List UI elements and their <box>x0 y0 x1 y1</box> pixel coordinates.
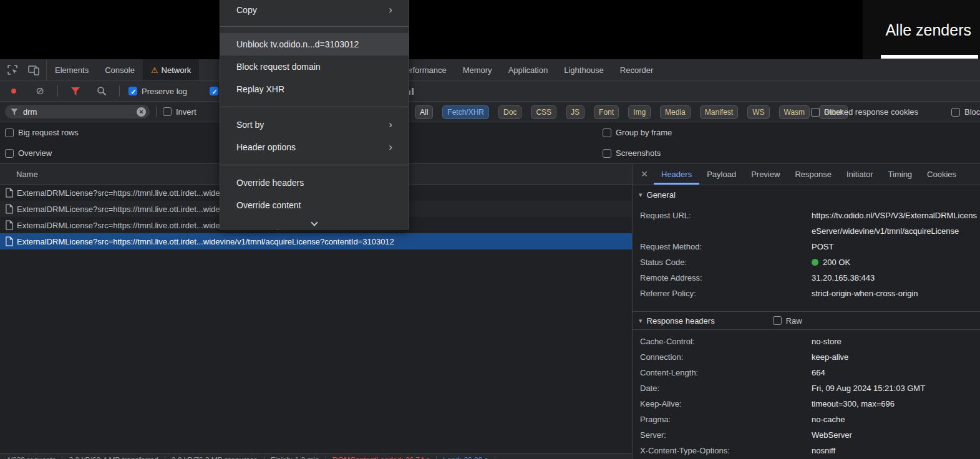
resources-size: 2.0 kB/76.2 MB resources <box>165 456 264 459</box>
clear-icon: ⊘ <box>36 86 44 96</box>
menu-item-override-content[interactable]: Override content <box>220 194 409 216</box>
group-by-frame-checkbox[interactable] <box>603 128 611 137</box>
disable-cache-checkbox[interactable] <box>210 87 218 95</box>
requests-count: 4/230 requests <box>0 456 62 459</box>
network-options-row-1: Big request rows Group by frame <box>0 122 980 143</box>
big-request-rows-checkbox[interactable] <box>5 128 14 137</box>
big-request-rows-label: Big request rows <box>18 128 79 137</box>
header-key: Request URL: <box>640 208 812 239</box>
filter-type-font[interactable]: Font <box>594 105 619 119</box>
blocked-requests-checkbox[interactable] <box>951 108 960 117</box>
collapse-triangle-icon: ▾ <box>639 317 643 325</box>
header-value: no-cache <box>812 412 980 427</box>
tab-elements[interactable]: Elements <box>47 59 97 80</box>
details-tab-preview[interactable]: Preview <box>744 164 787 185</box>
details-tab-headers[interactable]: Headers <box>654 164 699 185</box>
menu-divider <box>220 165 409 165</box>
toolbar-divider <box>57 85 58 97</box>
header-key: Date: <box>640 380 812 396</box>
request-type-filters: All Fetch/XHR Doc CSS JS Font Img Media … <box>415 102 848 122</box>
details-tabbar: × Headers Payload Preview Response Initi… <box>633 164 980 185</box>
overview-checkbox[interactable] <box>5 149 14 158</box>
request-name: ExternalDRMLicense?src=https://tmnl.live… <box>17 237 394 246</box>
toolbar-divider <box>119 85 120 97</box>
tab-application[interactable]: Application <box>500 59 556 80</box>
transferred-size: 2.0 kB/60.4 MB transferred <box>62 456 165 459</box>
finish-time: Finish: 1.3 min <box>264 456 326 459</box>
submenu-chevron-icon: › <box>389 4 392 16</box>
screenshots-group: Screenshots <box>603 143 661 163</box>
filter-type-js[interactable]: JS <box>566 105 585 119</box>
details-tab-initiator[interactable]: Initiator <box>839 164 881 185</box>
overview-group: Overview <box>5 143 52 163</box>
menu-item-unblock[interactable]: Unblock tv.odido.n...d=3103012 <box>220 33 409 56</box>
raw-checkbox[interactable] <box>773 316 782 325</box>
channel-tab-panel[interactable]: Alle zenders <box>863 0 980 59</box>
menu-item-sort-by[interactable]: Sort by › <box>220 114 409 136</box>
preserve-log-label: Preserve log <box>142 87 187 96</box>
network-options-row-2: Overview Screenshots <box>0 143 980 163</box>
response-headers-section-header[interactable]: ▾ Response headers Raw <box>633 311 980 330</box>
filter-type-manifest[interactable]: Manifest <box>700 105 738 119</box>
tab-memory[interactable]: Memory <box>455 59 500 80</box>
general-key-values: Request URL: https://tv.odido.nl/VSP/V3/… <box>633 204 980 311</box>
document-icon <box>5 220 13 230</box>
dom-content-loaded-time: DOMContentLoaded: 26.74 s <box>326 456 437 459</box>
clear-network-log-button[interactable]: ⊘ <box>31 83 49 99</box>
status-code-text: 200 OK <box>823 254 850 270</box>
blocked-requests-label: Blocked requests <box>964 107 980 117</box>
menu-scroll-down-indicator[interactable] <box>220 216 409 231</box>
details-tab-payload[interactable]: Payload <box>699 164 744 185</box>
search-button[interactable] <box>93 83 110 99</box>
record-network-log-button[interactable] <box>5 83 22 99</box>
filter-type-media[interactable]: Media <box>660 105 691 119</box>
group-by-frame-group: Group by frame <box>603 122 672 143</box>
filter-type-wasm[interactable]: Wasm <box>779 105 810 119</box>
header-value: no-store <box>812 334 980 349</box>
filter-input-value: drm <box>23 107 132 117</box>
table-row-selected[interactable]: ExternalDRMLicense?src=https://tmnl.live… <box>0 233 632 249</box>
screenshots-checkbox[interactable] <box>603 149 611 158</box>
filter-type-css[interactable]: CSS <box>531 105 556 119</box>
details-tab-response[interactable]: Response <box>787 164 839 185</box>
tab-recorder[interactable]: Recorder <box>612 59 661 80</box>
filter-type-all[interactable]: All <box>415 105 433 119</box>
invert-filter-group: Invert <box>163 107 196 117</box>
menu-item-copy[interactable]: Copy › <box>220 0 409 20</box>
menu-item-replay-xhr[interactable]: Replay XHR <box>220 78 409 100</box>
filter-type-fetch-xhr[interactable]: Fetch/XHR <box>442 105 489 119</box>
details-tab-timing[interactable]: Timing <box>881 164 920 185</box>
menu-item-override-headers[interactable]: Override headers <box>220 172 409 194</box>
filter-toggle-button[interactable] <box>67 83 84 99</box>
tab-network[interactable]: ⚠ Network <box>143 59 199 80</box>
close-details-button[interactable]: × <box>635 164 654 185</box>
filter-type-img[interactable]: Img <box>628 105 651 119</box>
tab-console[interactable]: Console <box>97 59 143 80</box>
filter-input[interactable]: drm × <box>5 105 150 118</box>
header-key: Remote Address: <box>640 270 812 286</box>
menu-item-block-request-domain[interactable]: Block request domain <box>220 56 409 78</box>
general-section-header[interactable]: ▾ General <box>633 185 980 204</box>
status-code-value: 200 OK <box>812 254 980 270</box>
filter-type-ws[interactable]: WS <box>747 105 769 119</box>
general-section-title: General <box>647 190 676 200</box>
filter-clear-icon[interactable]: × <box>137 107 146 117</box>
filter-type-doc[interactable]: Doc <box>498 105 522 119</box>
submenu-chevron-icon: › <box>389 118 392 131</box>
details-tab-cookies[interactable]: Cookies <box>919 164 964 185</box>
header-key: Content-Length: <box>640 365 812 380</box>
network-filterbar: drm × Invert All Fetch/XHR Doc CSS JS Fo… <box>0 102 980 122</box>
preserve-log-checkbox[interactable] <box>129 87 137 95</box>
filterbar-divider <box>156 106 157 117</box>
inspect-element-icon[interactable] <box>4 62 21 78</box>
device-toolbar-icon[interactable] <box>25 62 42 78</box>
blocked-response-cookies-checkbox[interactable] <box>811 108 820 117</box>
blocked-response-cookies-label: Blocked response cookies <box>824 107 918 117</box>
invert-checkbox[interactable] <box>163 107 172 116</box>
menu-item-header-options[interactable]: Header options › <box>220 136 409 158</box>
network-toolbar: ⊘ Preserve log Disable cache <box>0 81 980 102</box>
blocked-response-cookies-group: Blocked response cookies <box>811 102 918 122</box>
tab-lighthouse[interactable]: Lighthouse <box>556 59 612 80</box>
record-icon <box>11 89 16 94</box>
header-key: Pragma: <box>640 412 812 427</box>
